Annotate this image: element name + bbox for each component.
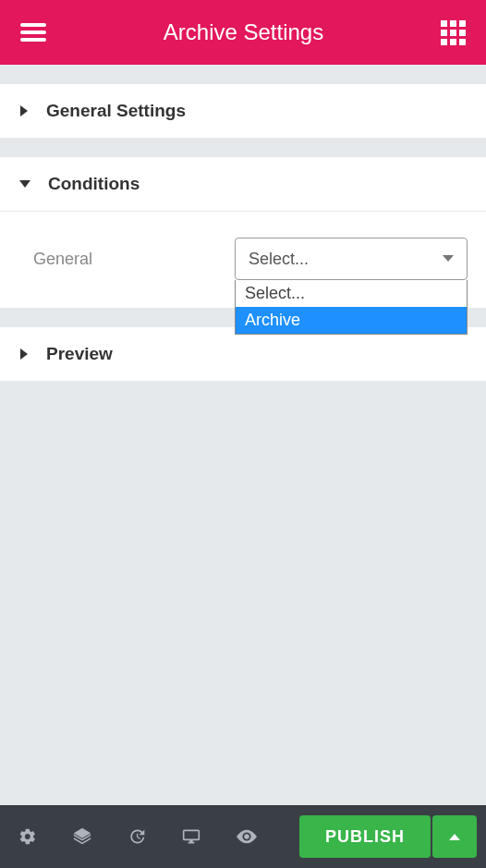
- form-row-general: General Select... Select... Archive: [33, 238, 468, 280]
- settings-icon[interactable]: [18, 827, 37, 846]
- svg-marker-1: [19, 180, 30, 188]
- dropdown-option-select[interactable]: Select...: [236, 280, 467, 307]
- select-wrap-general: Select... Select... Archive: [235, 238, 468, 280]
- responsive-icon[interactable]: [181, 827, 201, 846]
- section-title-preview: Preview: [46, 344, 113, 364]
- footer-icons: [9, 826, 257, 847]
- header-bar: Archive Settings: [0, 0, 486, 65]
- section-body-conditions: General Select... Select... Archive: [0, 211, 486, 308]
- svg-marker-3: [20, 348, 28, 360]
- layers-icon[interactable]: [72, 826, 92, 847]
- publish-button[interactable]: PUBLISH: [299, 815, 431, 858]
- history-icon[interactable]: [128, 827, 146, 846]
- dropdown-general: Select... Archive: [235, 280, 468, 335]
- publish-group: PUBLISH: [299, 815, 477, 858]
- preview-eye-icon[interactable]: [237, 829, 257, 844]
- footer-bar: PUBLISH: [0, 805, 486, 868]
- svg-marker-0: [20, 105, 28, 116]
- section-title-general-settings: General Settings: [46, 101, 186, 121]
- svg-marker-2: [443, 255, 454, 262]
- chevron-down-icon: [18, 178, 31, 189]
- caret-down-icon: [443, 255, 454, 263]
- chevron-right-icon: [18, 104, 30, 117]
- section-conditions: Conditions General Select... Select... A…: [0, 156, 486, 308]
- section-general-settings: General Settings: [0, 83, 486, 138]
- caret-up-icon: [449, 834, 460, 840]
- dropdown-option-archive[interactable]: Archive: [236, 307, 467, 334]
- menu-icon[interactable]: [20, 23, 46, 42]
- empty-area: [0, 381, 486, 805]
- section-title-conditions: Conditions: [48, 174, 140, 194]
- section-header-general-settings[interactable]: General Settings: [0, 84, 486, 138]
- select-general[interactable]: Select...: [235, 238, 468, 280]
- section-header-preview[interactable]: Preview: [0, 327, 486, 381]
- apps-grid-icon[interactable]: [441, 20, 466, 45]
- section-header-conditions[interactable]: Conditions: [0, 157, 486, 211]
- publish-options-button[interactable]: [432, 815, 477, 858]
- page-title: Archive Settings: [164, 19, 323, 45]
- select-value: Select...: [249, 250, 309, 269]
- chevron-right-icon: [18, 348, 30, 361]
- form-label-general: General: [33, 250, 92, 269]
